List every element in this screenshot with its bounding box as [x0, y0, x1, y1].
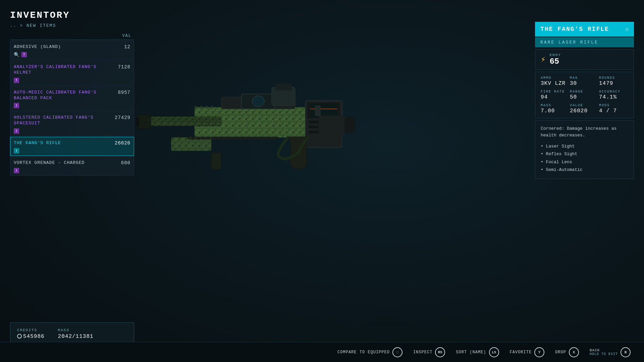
back-label: BACK — [590, 348, 618, 352]
fire-rate-value: 94 — [541, 94, 548, 100]
drop-label: DROP — [555, 350, 566, 355]
diamond-icon: ◇ — [625, 26, 629, 33]
hold-to-exit-label: HOLD TO EXIT — [590, 352, 618, 356]
table-header: VAL — [10, 32, 134, 40]
sort-button[interactable]: LS — [489, 347, 499, 357]
favorite-button[interactable]: Y — [534, 347, 544, 357]
svg-rect-31 — [205, 137, 207, 139]
mass-stat: MASS 2042/11381 — [58, 328, 94, 340]
engy-label: ENGY — [549, 53, 561, 57]
gun-display-area — [127, 50, 389, 218]
mods-stat-label: MODS — [599, 104, 628, 107]
inspect-label: INSPECT — [413, 350, 432, 355]
mag-label: MAG — [570, 76, 599, 80]
rarity-text: RARE LASER RIFLE — [540, 40, 598, 45]
inventory-item[interactable]: ADHESIVE (GLAND) 🔍 ! 12 — [10, 41, 134, 60]
engy-value: 65 — [549, 57, 559, 66]
range-value: 50 — [570, 94, 577, 100]
item-title-box: THE FANG'S RIFLE ◇ — [535, 22, 634, 37]
search-icon: 🔍 — [14, 52, 19, 58]
mag-stat: MAG 30 — [570, 76, 599, 86]
svg-rect-20 — [319, 116, 345, 134]
svg-rect-35 — [211, 153, 221, 169]
credits-stat: CREDITS 545986 — [17, 328, 45, 340]
favorite-label: FAVORITE — [510, 350, 532, 355]
svg-rect-18 — [310, 104, 337, 117]
left-panel: INVENTORY .. > NEW ITEMS VAL ADHESIVE (G… — [10, 10, 134, 176]
stats-grid: AMMO 3KV LZR MAG 30 ROUNDS 1479 FIRE RAT… — [535, 72, 634, 118]
accuracy-stat: ACCURACY 74.1% — [599, 90, 628, 100]
val-column-header: VAL — [122, 34, 131, 38]
accuracy-value: 74.1% — [599, 94, 617, 100]
right-panel: THE FANG'S RIFLE ◇ RARE LASER RIFLE ⚡ EN… — [535, 22, 634, 179]
mass-label: MASS — [58, 328, 94, 332]
svg-rect-32 — [210, 137, 212, 139]
credits-value: 545986 — [17, 334, 45, 340]
compare-action[interactable]: COMPARE TO EQUIPPED ⬚ — [337, 347, 402, 357]
fire-rate-stat: FIRE RATE 94 — [541, 90, 570, 100]
rounds-label: ROUNDS — [599, 76, 628, 80]
favorite-action[interactable]: FAVORITE Y — [510, 347, 545, 357]
value-stat-value: 26020 — [570, 108, 588, 114]
rarity-box: RARE LASER RIFLE — [535, 37, 634, 47]
range-label: RANGE — [570, 90, 599, 94]
exclaim-icon: ! — [14, 103, 19, 108]
ammo-label: AMMO — [541, 76, 570, 80]
value-stat-label: VALUE — [570, 104, 599, 107]
exclaim-icon: ! — [14, 148, 19, 154]
exclaim-icon: ! — [14, 78, 19, 83]
inventory-item[interactable]: AUTO-MEDIC CALIBRATED FANG'S BALANCED PA… — [10, 86, 134, 111]
engy-box: ⚡ ENGY 65 — [535, 49, 634, 70]
item-name: THE FANG'S RIFLE — [14, 140, 110, 146]
svg-rect-10 — [136, 117, 139, 126]
back-button[interactable]: B — [621, 347, 631, 357]
mod-item: Focal Lens — [541, 158, 628, 166]
inspect-button[interactable]: RS — [435, 347, 445, 357]
item-value: 12 — [110, 44, 130, 50]
mods-stat-value: 4 / 7 — [599, 108, 617, 114]
compare-button[interactable]: ⬚ — [392, 347, 402, 357]
perk-description: Cornered: Damage increases as health dec… — [541, 125, 628, 138]
svg-rect-8 — [144, 117, 221, 126]
svg-rect-24 — [205, 106, 208, 108]
svg-rect-6 — [275, 84, 292, 90]
mod-item: Reflex Sight — [541, 150, 628, 158]
credits-icon — [17, 334, 22, 339]
drop-button[interactable]: X — [569, 347, 579, 357]
sort-label: SORT (NAME) — [456, 350, 486, 355]
range-stat: RANGE 50 — [570, 90, 599, 100]
inventory-item[interactable]: VORTEX GRENADE - CHARGED ! 600 — [10, 157, 134, 176]
credits-label: CREDITS — [17, 328, 45, 332]
exclaim-icon: ! — [14, 168, 19, 173]
item-name: VORTEX GRENADE - CHARGED — [14, 160, 110, 166]
mass-stat-value: 7.00 — [541, 108, 555, 114]
inspect-action[interactable]: INSPECT RS — [413, 347, 445, 357]
drop-action[interactable]: DROP X — [555, 347, 579, 357]
mod-item: Laser Sight — [541, 142, 628, 150]
svg-point-4 — [252, 96, 264, 107]
svg-rect-25 — [211, 106, 213, 108]
back-action[interactable]: BACK HOLD TO EXIT B — [590, 347, 631, 357]
inventory-item[interactable]: HOLSTERED CALIBRATED FANG'S SPACESUIT ! … — [10, 111, 134, 136]
inventory-item-fangs-rifle[interactable]: THE FANG'S RIFLE ! 26020 — [10, 137, 134, 156]
svg-rect-29 — [195, 137, 197, 139]
sort-action[interactable]: SORT (NAME) LS — [456, 347, 499, 357]
svg-rect-26 — [315, 106, 320, 116]
inventory-item[interactable]: ANALYZER'S CALIBRATED FANG'S HELMET ! 71… — [10, 61, 134, 85]
svg-rect-30 — [200, 137, 202, 139]
lightning-icon: ⚡ — [541, 55, 545, 64]
fire-rate-label: FIRE RATE — [541, 90, 570, 94]
svg-rect-28 — [190, 137, 192, 139]
svg-rect-9 — [138, 115, 151, 129]
compare-label: COMPARE TO EQUIPPED — [337, 350, 390, 355]
item-name: AUTO-MEDIC CALIBRATED FANG'S BALANCED PA… — [14, 90, 110, 101]
ammo-stat: AMMO 3KV LZR — [541, 76, 570, 86]
accuracy-label: ACCURACY — [599, 90, 628, 94]
value-stat: VALUE 26020 — [570, 104, 599, 114]
item-name: ADHESIVE (GLAND) — [14, 44, 110, 50]
svg-rect-23 — [200, 106, 203, 108]
mod-item: Semi-Automatic — [541, 166, 628, 174]
gun-title: THE FANG'S RIFLE — [540, 26, 609, 33]
desc-box: Cornered: Damage increases as health dec… — [535, 120, 634, 179]
gun-svg — [127, 54, 389, 215]
